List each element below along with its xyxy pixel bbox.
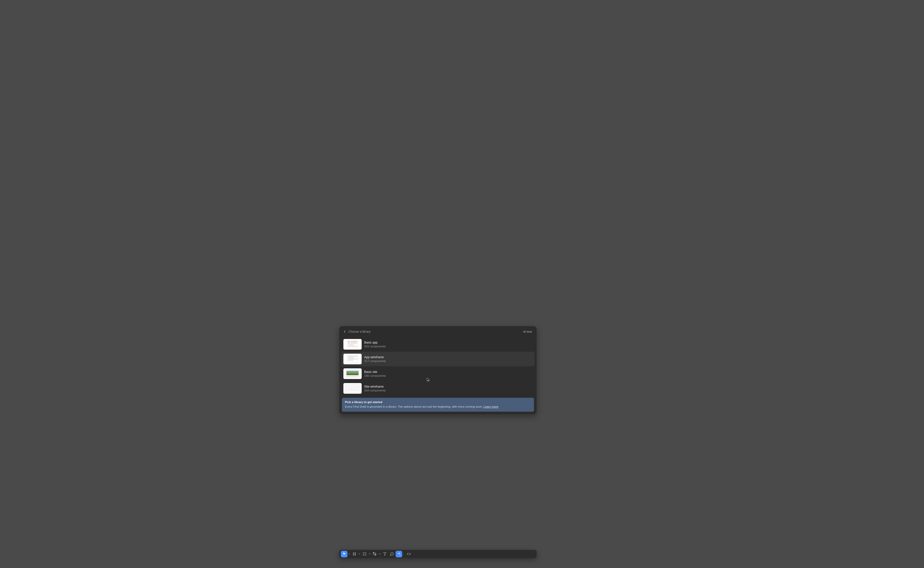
text-tool[interactable] <box>381 551 388 557</box>
rectangle-icon <box>363 552 366 556</box>
code-icon <box>407 552 411 556</box>
library-item-basic-site[interactable]: Basic site 166 components <box>341 366 534 381</box>
ai-beta-badge: AI beta <box>522 329 534 334</box>
library-list: Basic app 315 components App wireframe 3… <box>339 336 537 398</box>
library-item-basic-app[interactable]: Basic app 315 components <box>341 337 534 352</box>
library-thumbnail <box>343 369 361 379</box>
cursor-icon <box>342 552 346 556</box>
modal-header: Choose a library AI beta <box>339 326 537 336</box>
pen-tool[interactable] <box>371 551 378 557</box>
text-icon <box>383 552 387 556</box>
bottom-toolbar <box>339 550 537 558</box>
chevron-left-icon <box>343 330 346 334</box>
library-count: 166 components <box>364 374 386 377</box>
library-thumbnail <box>343 339 361 350</box>
library-count: 163 components <box>364 389 386 392</box>
library-count: 317 components <box>364 360 386 363</box>
library-name: Basic site <box>364 370 386 374</box>
back-button[interactable] <box>342 329 348 334</box>
library-count: 315 components <box>364 345 386 348</box>
chevron-down-icon <box>369 553 371 555</box>
chevron-down-icon <box>379 553 381 555</box>
learn-more-link[interactable]: Learn more <box>484 405 499 408</box>
comment-icon <box>390 552 394 556</box>
chevron-down-icon <box>348 553 350 555</box>
library-item-site-wireframe[interactable]: Site wireframe 163 components <box>341 381 534 396</box>
chevron-down-icon <box>358 553 360 555</box>
library-item-app-wireframe[interactable]: App wireframe 317 components <box>341 352 534 366</box>
callout-text: Every First Draft is grounded in a libra… <box>345 405 484 408</box>
library-name: Basic app <box>364 341 386 344</box>
info-callout: Pick a library to get started Every Firs… <box>342 398 534 412</box>
canvas-background[interactable]: Choose a library AI beta Basic app 315 c… <box>0 0 924 568</box>
toolbar-separator <box>404 551 404 557</box>
sparkle-icon <box>397 552 401 556</box>
comment-tool[interactable] <box>389 551 395 557</box>
callout-title: Pick a library to get started <box>345 400 531 403</box>
pen-icon <box>373 552 377 556</box>
rectangle-tool[interactable] <box>361 551 368 557</box>
devmode-toggle[interactable] <box>405 551 412 557</box>
library-name: App wireframe <box>364 355 386 359</box>
library-name: Site wireframe <box>364 385 386 388</box>
rectangle-tool-caret[interactable] <box>368 551 371 557</box>
move-tool-caret[interactable] <box>348 551 351 557</box>
modal-title: Choose a library <box>348 330 522 334</box>
library-thumbnail <box>343 383 361 394</box>
ai-actions-tool[interactable] <box>396 551 402 557</box>
move-tool[interactable] <box>341 551 348 557</box>
frame-tool[interactable] <box>351 551 358 557</box>
callout-body: Every First Draft is grounded in a libra… <box>345 405 531 409</box>
frame-icon <box>352 552 356 556</box>
frame-tool-caret[interactable] <box>358 551 361 557</box>
library-thumbnail <box>343 353 361 364</box>
pen-tool-caret[interactable] <box>378 551 381 557</box>
choose-library-modal: Choose a library AI beta Basic app 315 c… <box>339 326 537 414</box>
svg-rect-4 <box>363 553 366 555</box>
